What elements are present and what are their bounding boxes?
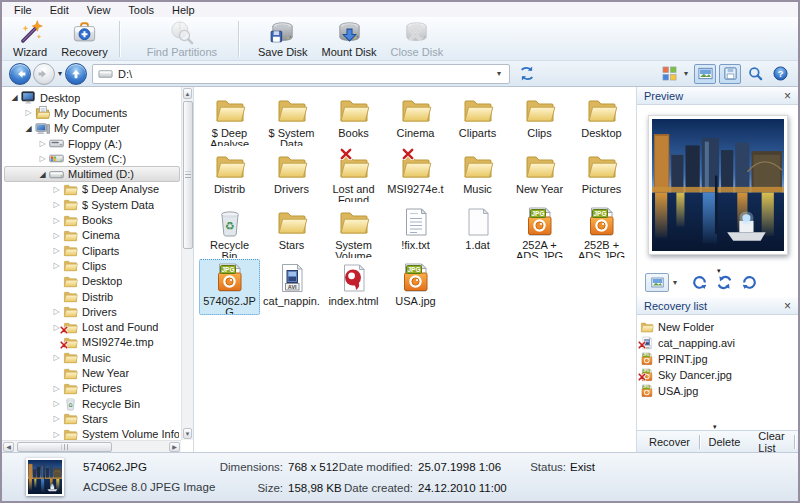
rotate-left-button[interactable]	[691, 274, 708, 291]
expander-collapsed-icon[interactable]: ▷	[51, 430, 62, 439]
expander-collapsed-icon[interactable]: ▷	[51, 353, 62, 362]
tree-vertical-scrollbar[interactable]: ▲ ▼	[181, 87, 193, 440]
splitter-caret-icon[interactable]: ▾	[713, 423, 717, 430]
menu-tools[interactable]: Tools	[119, 3, 163, 17]
view-mode-dropdown-icon[interactable]: ▾	[684, 69, 688, 78]
file-stars[interactable]: Stars	[261, 203, 322, 259]
tree-item-clips[interactable]: ▷Clips	[4, 258, 180, 273]
file-desktop[interactable]: Desktop	[571, 91, 632, 147]
file-252a-ads-jpg[interactable]: JPG252A + ADS.JPG	[509, 203, 570, 259]
expander-collapsed-icon[interactable]: ▷	[37, 139, 48, 148]
address-dropdown-icon[interactable]: ▾	[497, 69, 501, 78]
preview-mode-dropdown-icon[interactable]: ▾	[673, 278, 677, 287]
file-recycle-bin[interactable]: ♻Recycle Bin	[199, 203, 260, 259]
tree-item-stars[interactable]: ▷Stars	[4, 411, 180, 426]
tree-item-floppy-a[interactable]: ▷Floppy (A:)	[4, 136, 180, 151]
file-cinema[interactable]: Cinema	[385, 91, 446, 147]
file-cliparts[interactable]: Cliparts	[447, 91, 508, 147]
menu-file[interactable]: File	[5, 3, 41, 17]
menu-view[interactable]: View	[78, 3, 120, 17]
file-distrib[interactable]: Distrib	[199, 147, 260, 203]
tree-item-lost-and-found[interactable]: ▷Lost and Found	[4, 319, 180, 334]
rotate-right-button[interactable]	[741, 274, 758, 291]
scroll-right-icon[interactable]: ▶	[169, 442, 180, 452]
recover-button[interactable]: Recover	[640, 436, 699, 448]
file-music[interactable]: Music	[447, 147, 508, 203]
tree-item-music[interactable]: ▷Music	[4, 350, 180, 365]
tree-item-cinema[interactable]: ▷Cinema	[4, 228, 180, 243]
expander-collapsed-icon[interactable]: ▷	[51, 216, 62, 225]
expander-expanded-icon[interactable]: ◢	[37, 170, 48, 179]
file-574062-jpg[interactable]: JPG574062.JPG	[199, 259, 260, 315]
file-system-data[interactable]: $ System Data	[261, 91, 322, 147]
scrollbar-thumb[interactable]	[17, 442, 112, 452]
tree-item-distrib[interactable]: Distrib	[4, 289, 180, 304]
clear-list-button[interactable]: Clear List	[749, 430, 794, 454]
scroll-down-icon[interactable]: ▼	[183, 428, 192, 439]
file-clips[interactable]: Clips	[509, 91, 570, 147]
file-index-html[interactable]: index.html	[323, 259, 384, 315]
tree-item-deep-analyse[interactable]: ▷$ Deep Analyse	[4, 182, 180, 197]
tree-item-desktop[interactable]: ◢Desktop	[4, 90, 180, 105]
recovery-item-new-folder[interactable]: New Folder	[640, 319, 796, 335]
tree-horizontal-scrollbar[interactable]: ◀ ▶	[2, 440, 181, 452]
rotate-180-button[interactable]	[716, 274, 733, 291]
file-deep-analyse[interactable]: $ Deep Analyse	[199, 91, 260, 147]
tree-item-books[interactable]: ▷Books	[4, 212, 180, 227]
tree-item-desktop[interactable]: Desktop	[4, 274, 180, 289]
expander-collapsed-icon[interactable]: ▷	[51, 200, 62, 209]
recovery-item-sky-dancer-jpg[interactable]: JPGSky Dancer.jpg	[640, 367, 796, 383]
file-fix-txt[interactable]: !fix.txt	[385, 203, 446, 259]
file-cat-nappin[interactable]: AVIcat_nappin...	[261, 259, 322, 315]
tree-item-pictures[interactable]: ▷Pictures	[4, 381, 180, 396]
help-button[interactable]: ?	[769, 64, 791, 84]
file-pictures[interactable]: Pictures	[571, 147, 632, 203]
file-system-volume-in[interactable]: System Volume In...	[323, 203, 384, 259]
save-disk-button[interactable]: Save Disk	[251, 18, 315, 59]
file-msi9274e-t[interactable]: MSI9274e.t...	[385, 147, 446, 203]
menu-help[interactable]: Help	[163, 3, 204, 17]
expander-expanded-icon[interactable]: ◢	[9, 93, 20, 102]
expander-collapsed-icon[interactable]: ▷	[51, 399, 62, 408]
preview-mode-button[interactable]	[645, 273, 669, 292]
tree-item-my-documents[interactable]: ▷My Documents	[4, 105, 180, 120]
close-icon[interactable]: ×	[784, 91, 791, 101]
expander-collapsed-icon[interactable]: ▷	[51, 231, 62, 240]
expander-collapsed-icon[interactable]: ▷	[51, 323, 62, 332]
scroll-up-icon[interactable]: ▲	[183, 88, 192, 99]
recovery-button[interactable]: Recovery	[54, 18, 114, 59]
forward-button[interactable]	[33, 63, 55, 85]
recovery-item-cat-napping-avi[interactable]: AVIcat_napping.avi	[640, 335, 796, 351]
toggle-recovery-list-button[interactable]	[719, 64, 741, 84]
file-252b-ads-jpg[interactable]: JPG252B + ADS.JPG	[571, 203, 632, 259]
file-1-dat[interactable]: 1.dat	[447, 203, 508, 259]
recovery-item-usa-jpg[interactable]: JPGUSA.jpg	[640, 383, 796, 399]
address-input[interactable]: D:\ ▾	[92, 64, 510, 84]
tree-item-system-c[interactable]: ▷System (C:)	[4, 151, 180, 166]
history-dropdown-icon[interactable]: ▾	[58, 69, 62, 78]
expander-expanded-icon[interactable]: ◢	[23, 124, 34, 133]
up-button[interactable]	[65, 63, 87, 85]
file-usa-jpg[interactable]: JPGUSA.jpg	[385, 259, 446, 315]
expander-collapsed-icon[interactable]: ▷	[51, 185, 62, 194]
expander-collapsed-icon[interactable]: ▷	[51, 307, 62, 316]
expander-collapsed-icon[interactable]: ▷	[37, 154, 48, 163]
mount-disk-button[interactable]: Mount Disk	[315, 18, 384, 59]
search-button[interactable]	[744, 64, 766, 84]
expander-collapsed-icon[interactable]: ▷	[23, 108, 34, 117]
scrollbar-thumb[interactable]	[183, 101, 193, 249]
file-lost-and-found[interactable]: Lost and Found	[323, 147, 384, 203]
wizard-button[interactable]: Wizard	[6, 18, 54, 59]
expander-collapsed-icon[interactable]: ▷	[51, 384, 62, 393]
view-mode-button[interactable]	[659, 64, 681, 84]
file-drivers[interactable]: Drivers	[261, 147, 322, 203]
tree-item-recycle-bin[interactable]: ▷♻Recycle Bin	[4, 396, 180, 411]
scroll-left-icon[interactable]: ◀	[3, 442, 14, 452]
tree-item-cliparts[interactable]: ▷Cliparts	[4, 243, 180, 258]
tree-item-drivers[interactable]: ▷Drivers	[4, 304, 180, 319]
tree-item-my-computer[interactable]: ◢My Computer	[4, 121, 180, 136]
file-books[interactable]: Books	[323, 91, 384, 147]
delete-button[interactable]: Delete	[700, 436, 750, 448]
file-new-year[interactable]: New Year	[509, 147, 570, 203]
recovery-item-print-jpg[interactable]: JPGPRINT.jpg	[640, 351, 796, 367]
